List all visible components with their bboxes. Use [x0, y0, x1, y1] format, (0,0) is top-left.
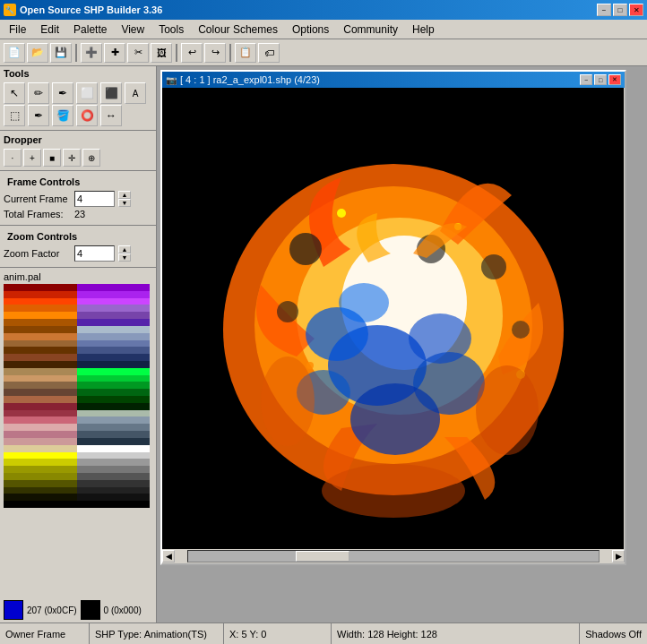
palette-cell[interactable]: [4, 375, 77, 382]
palette-cell[interactable]: [77, 340, 151, 348]
menu-colour-schemes[interactable]: Colour Schemes: [191, 21, 285, 38]
palette-cell[interactable]: [4, 445, 77, 452]
scroll-right-arrow[interactable]: ▶: [612, 550, 625, 562]
palette-cell[interactable]: [77, 494, 151, 501]
palette-cell[interactable]: [77, 361, 151, 368]
tool-tag[interactable]: A: [125, 82, 146, 104]
menu-palette[interactable]: Palette: [66, 21, 114, 38]
palette-cell[interactable]: [4, 382, 77, 389]
scroll-left-arrow[interactable]: ◀: [162, 550, 175, 562]
palette-cell[interactable]: [4, 416, 77, 424]
minus-button[interactable]: ✂: [127, 43, 149, 63]
tool-rect[interactable]: ⬜: [76, 82, 98, 104]
palette-cell[interactable]: [77, 473, 151, 480]
palette-cell[interactable]: [4, 389, 77, 396]
image-maximize[interactable]: □: [594, 74, 607, 85]
new-button[interactable]: 📄: [4, 43, 25, 63]
dropper-dot[interactable]: ·: [4, 149, 22, 167]
zoom-factor-down[interactable]: ▼: [118, 253, 131, 262]
menu-community[interactable]: Community: [336, 21, 405, 38]
zoom-factor-up[interactable]: ▲: [118, 245, 131, 253]
menu-options[interactable]: Options: [285, 21, 336, 38]
palette-cell[interactable]: [4, 305, 77, 312]
copy-button[interactable]: 📋: [235, 43, 256, 63]
palette-cell[interactable]: [77, 319, 151, 326]
palette-cell[interactable]: [4, 291, 77, 298]
palette-cell[interactable]: [4, 333, 77, 340]
palette-cell[interactable]: [77, 452, 151, 459]
palette-cell[interactable]: [77, 480, 151, 487]
palette-cell[interactable]: [4, 431, 77, 438]
palette-cell[interactable]: [4, 466, 77, 473]
palette-cell[interactable]: [4, 473, 77, 480]
save-button[interactable]: 💾: [50, 43, 72, 63]
palette-cell[interactable]: [4, 438, 77, 445]
zoom-factor-input[interactable]: [74, 245, 115, 262]
palette-cell[interactable]: [4, 326, 77, 333]
tool-brush[interactable]: ✒: [28, 105, 49, 126]
dropper-circle-plus[interactable]: ⊕: [82, 149, 100, 167]
undo-button[interactable]: ↩: [181, 43, 203, 63]
palette-cell[interactable]: [4, 494, 77, 501]
palette-cell[interactable]: [77, 445, 151, 452]
palette-cell[interactable]: [4, 319, 77, 326]
current-frame-down[interactable]: ▼: [118, 199, 131, 207]
palette-cell[interactable]: [4, 424, 77, 431]
palette-cell[interactable]: [77, 382, 151, 389]
palette-cell[interactable]: [77, 354, 151, 361]
palette-cell[interactable]: [77, 333, 151, 340]
scroll-track[interactable]: [187, 550, 600, 562]
palette-cell[interactable]: [4, 459, 77, 466]
palette-cell[interactable]: [4, 501, 77, 508]
palette-cell[interactable]: [77, 284, 151, 291]
dropper-plus[interactable]: +: [23, 149, 41, 167]
tool-ellipse[interactable]: ⭕: [76, 105, 98, 126]
menu-tools[interactable]: Tools: [151, 21, 191, 38]
palette-cell[interactable]: [4, 410, 77, 417]
frame-button[interactable]: 🖼: [151, 43, 172, 63]
palette-cell[interactable]: [4, 340, 77, 348]
redo-button[interactable]: ↪: [204, 43, 226, 63]
palette-cell[interactable]: [77, 431, 151, 438]
image-minimize[interactable]: −: [580, 74, 592, 85]
palette-cell[interactable]: [77, 403, 151, 410]
tool-arrow[interactable]: ↖: [4, 82, 25, 104]
menu-view[interactable]: View: [114, 21, 151, 38]
current-frame-up[interactable]: ▲: [118, 191, 131, 199]
menu-help[interactable]: Help: [405, 21, 442, 38]
tool-bucket[interactable]: 🪣: [52, 105, 73, 126]
palette-grid[interactable]: [4, 284, 150, 508]
palette-cell[interactable]: [4, 368, 77, 375]
palette-cell[interactable]: [4, 396, 77, 403]
palette-cell[interactable]: [4, 403, 77, 410]
dropper-square[interactable]: ■: [43, 149, 61, 167]
current-frame-input[interactable]: [74, 191, 115, 207]
menu-file[interactable]: File: [2, 21, 33, 38]
palette-cell[interactable]: [4, 284, 77, 291]
palette-cell[interactable]: [4, 298, 77, 305]
palette-cell[interactable]: [4, 312, 77, 319]
palette-cell[interactable]: [77, 368, 151, 375]
image-close[interactable]: ✕: [608, 74, 621, 85]
palette-cell[interactable]: [77, 410, 151, 417]
tool-pencil[interactable]: ✏: [28, 82, 49, 104]
palette-cell[interactable]: [4, 480, 77, 487]
fg-color-swatch[interactable]: [4, 600, 23, 620]
scroll-thumb[interactable]: [296, 551, 349, 562]
palette-cell[interactable]: [77, 424, 151, 431]
palette-cell[interactable]: [4, 347, 77, 354]
minimize-button[interactable]: −: [597, 4, 611, 16]
dropper-cross[interactable]: ✛: [63, 149, 81, 167]
palette-cell[interactable]: [77, 298, 151, 305]
bg-color-swatch[interactable]: [81, 600, 100, 620]
tool-pen[interactable]: ✒: [52, 82, 73, 104]
palette-cell[interactable]: [77, 347, 151, 354]
palette-cell[interactable]: [4, 354, 77, 361]
palette-cell[interactable]: [77, 305, 151, 312]
tool-select[interactable]: ⬚: [4, 105, 25, 126]
palette-cell[interactable]: [77, 487, 151, 494]
close-button[interactable]: ✕: [629, 4, 643, 16]
palette-cell[interactable]: [77, 389, 151, 396]
palette-cell[interactable]: [77, 312, 151, 319]
palette-cell[interactable]: [77, 291, 151, 298]
